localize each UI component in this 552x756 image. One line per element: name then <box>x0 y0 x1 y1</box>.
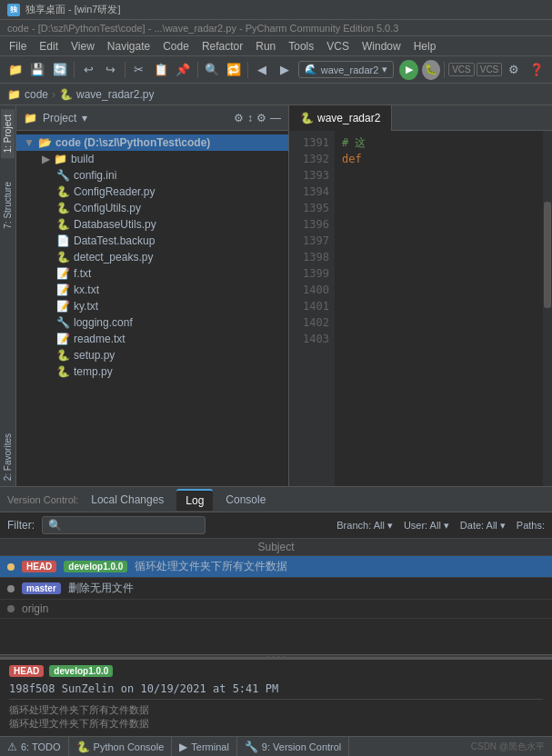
toolbar-save[interactable]: 💾 <box>27 59 47 81</box>
tree-item-datatest[interactable]: 📄 DataTest.backup <box>16 233 288 249</box>
tree-item-ftxt[interactable]: 📝 f.txt <box>16 265 288 282</box>
filter-user-arrow: ▾ <box>444 520 449 532</box>
toolbar-undo[interactable]: ↩ <box>78 59 98 81</box>
code-content[interactable]: # 这 def <box>335 131 543 486</box>
menu-code[interactable]: Code <box>157 38 195 55</box>
panel-header: 📁 Project ▾ ⚙ ↕ ⚙ — <box>16 105 288 131</box>
menu-vcs[interactable]: VCS <box>321 38 355 55</box>
toolbar-replace[interactable]: 🔁 <box>224 59 244 81</box>
tree-root[interactable]: ▼ 📂 code (D:\szl\PythonTest\code) <box>16 134 288 151</box>
filter-branch[interactable]: Branch: All ▾ <box>336 520 393 532</box>
panel-collapse-icon[interactable]: — <box>270 112 281 124</box>
menu-view[interactable]: View <box>65 38 100 55</box>
code-keyword-def: def <box>342 153 362 165</box>
menu-edit[interactable]: Edit <box>34 38 64 55</box>
vcs-labels: VCS VCS <box>448 63 502 76</box>
vcs-label-1: VCS <box>448 63 475 76</box>
ini-icon: 🔧 <box>56 169 70 182</box>
run-button[interactable]: ▶ <box>399 60 417 80</box>
toolbar-settings[interactable]: ⚙ <box>504 59 524 81</box>
log-entry-3[interactable]: origin <box>0 600 552 619</box>
toolbar-cut[interactable]: ✂ <box>129 59 149 81</box>
panel-sync-icon[interactable]: ↕ <box>247 112 253 124</box>
tab-console[interactable]: Console <box>216 490 275 510</box>
panel-settings-icon[interactable]: ⚙ <box>256 112 266 124</box>
menu-file[interactable]: File <box>4 38 32 55</box>
debug-button[interactable]: 🐛 <box>422 60 440 80</box>
tree-item-loggingconf[interactable]: 🔧 logging.conf <box>16 314 288 331</box>
log-dot-1 <box>7 563 15 571</box>
editor-tab-wave-radar2[interactable]: 🐍 wave_radar2 <box>289 105 392 131</box>
filter-user[interactable]: User: All ▾ <box>404 520 449 532</box>
toolbar-help[interactable]: ❓ <box>527 59 547 81</box>
tab-local-changes[interactable]: Local Changes <box>82 490 173 510</box>
tree-item-databaseutils[interactable]: 🐍 DatabaseUtils.py <box>16 216 288 233</box>
menu-window[interactable]: Window <box>356 38 406 55</box>
menu-refactor[interactable]: Refactor <box>196 38 248 55</box>
title-bar: 独 独享桌面 - [win7研发] <box>0 0 552 20</box>
breadcrumb-file[interactable]: wave_radar2.py <box>76 88 154 101</box>
sidebar-tab-project[interactable]: 1: Project <box>1 109 15 158</box>
line-num: 1398 <box>295 249 329 265</box>
log-subject-header: Subject <box>257 541 294 553</box>
log-entry-1[interactable]: HEAD develop1.0.0 循环处理文件夹下所有文件数据 <box>0 556 552 578</box>
build-folder-icon: 📁 <box>54 153 67 165</box>
left-sidebar-tabs: 1: Project 7: Structure 2: Favorites <box>0 105 16 486</box>
editor-scrollbar[interactable] <box>543 131 552 486</box>
toolbar-search[interactable]: 🔍 <box>201 59 221 81</box>
toolbar-redo[interactable]: ↪ <box>100 59 120 81</box>
menu-bar: File Edit View Navigate Code Refactor Ru… <box>0 36 552 56</box>
menu-run[interactable]: Run <box>250 38 281 55</box>
tree-item-label: build <box>71 153 94 165</box>
tree-item-detectpeaks[interactable]: 🐍 detect_peaks.py <box>16 249 288 265</box>
sep3 <box>197 62 198 78</box>
tree-item-config-ini[interactable]: 🔧 config.ini <box>16 167 288 184</box>
tree-item-build[interactable]: ▶ 📁 build <box>16 151 288 167</box>
sidebar-tab-favorites[interactable]: 2: Favorites <box>1 428 15 486</box>
toolbar-forward[interactable]: ▶ <box>274 59 294 81</box>
toolbar-copy[interactable]: 📋 <box>151 59 171 81</box>
tag-head-1: HEAD <box>22 561 56 572</box>
breadcrumb-code[interactable]: code <box>25 88 48 101</box>
status-todo[interactable]: ⚠ 6: TODO <box>0 737 69 756</box>
filter-paths[interactable]: Paths: <box>517 520 545 531</box>
log-entry-2[interactable]: master 删除无用文件 <box>0 578 552 600</box>
tab-log[interactable]: Log <box>176 489 213 511</box>
sidebar-tab-structure[interactable]: 7: Structure <box>1 176 15 234</box>
tree-item-kytxt[interactable]: 📝 ky.txt <box>16 298 288 314</box>
tree-item-kxtxt[interactable]: 📝 kx.txt <box>16 282 288 298</box>
scrollbar-thumb[interactable] <box>544 202 551 308</box>
menu-tools[interactable]: Tools <box>283 38 319 55</box>
tree-item-temp[interactable]: 🐍 temp.py <box>16 363 288 380</box>
log-message-2: 删除无用文件 <box>68 581 545 596</box>
status-terminal[interactable]: ▶ Terminal <box>172 737 237 756</box>
tree-item-label: readme.txt <box>74 333 125 345</box>
status-version-control[interactable]: 🔧 9: Version Control <box>237 737 349 756</box>
csdn-label: CSDN @黑色水平 <box>471 741 545 753</box>
tree-item-setup[interactable]: 🐍 setup.py <box>16 347 288 363</box>
bottom-tabs: Version Control: Local Changes Log Conso… <box>0 487 552 512</box>
toolbar-paste[interactable]: 📌 <box>173 59 193 81</box>
toolbar-back[interactable]: ◀ <box>252 59 272 81</box>
toolbar: 📁 💾 🔄 ↩ ↪ ✂ 📋 📌 🔍 🔁 ◀ ▶ 🌊 wave_radar2 ▾ … <box>0 56 552 84</box>
bottom-content: Filter: 🔍 Branch: All ▾ User: All ▾ <box>0 512 552 736</box>
filter-input[interactable]: 🔍 <box>42 516 206 534</box>
menu-navigate[interactable]: Navigate <box>102 38 156 55</box>
toolbar-open[interactable]: 📁 <box>5 59 25 81</box>
tree-item-configutils[interactable]: 🐍 ConfigUtils.py <box>16 200 288 216</box>
tree-item-configreader[interactable]: 🐍 ConfigReader.py <box>16 184 288 200</box>
filter-bar: Filter: 🔍 Branch: All ▾ User: All ▾ <box>0 512 552 539</box>
python-console-icon: 🐍 <box>76 741 90 753</box>
toolbar-sync[interactable]: 🔄 <box>50 59 70 81</box>
filter-text-input[interactable] <box>65 519 193 532</box>
run-config[interactable]: 🌊 wave_radar2 ▾ <box>298 61 395 78</box>
menu-help[interactable]: Help <box>408 38 442 55</box>
file-icon: 📄 <box>56 234 70 247</box>
filter-date-arrow: ▾ <box>500 520 506 532</box>
panel-gear-icon[interactable]: ⚙ <box>234 112 244 124</box>
filter-date[interactable]: Date: All ▾ <box>460 520 506 532</box>
status-python-console[interactable]: 🐍 Python Console <box>69 737 173 756</box>
tree-item-readme[interactable]: 📝 readme.txt <box>16 331 288 347</box>
panel-dropdown-arrow[interactable]: ▾ <box>82 112 87 124</box>
tree-item-label: kx.txt <box>74 284 99 296</box>
